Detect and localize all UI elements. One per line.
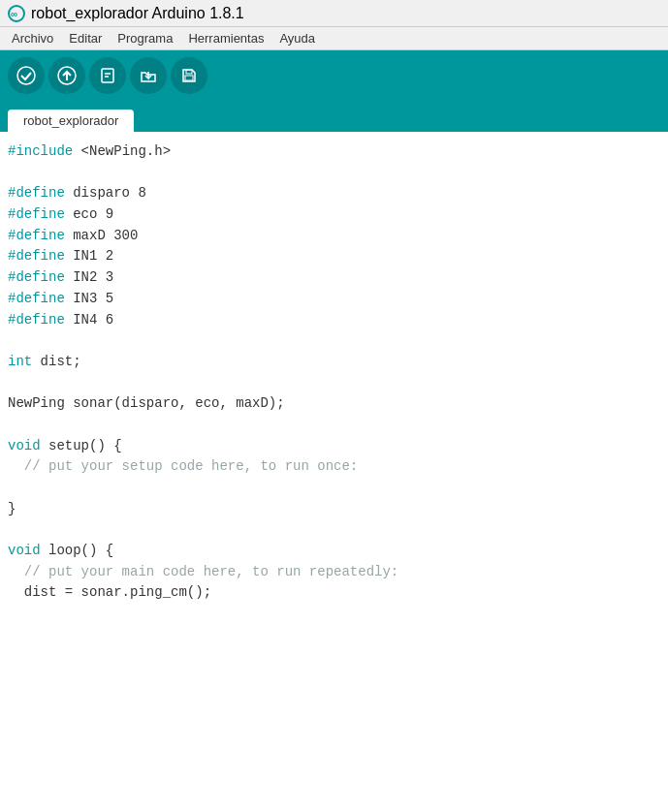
code-line-blank-3: [8, 373, 660, 394]
menu-programa[interactable]: Programa: [110, 27, 180, 49]
code-line-blank-2: [8, 330, 660, 352]
code-line-16: // put your setup code here, to run once…: [8, 456, 660, 478]
arduino-logo: ∞: [8, 5, 25, 22]
code-line-5: #define maxD 300: [8, 226, 660, 247]
menu-herramientas[interactable]: Herramientas: [180, 27, 271, 49]
toolbar: [0, 50, 668, 101]
open-button[interactable]: [130, 57, 167, 94]
code-line-blank-4: [8, 415, 660, 436]
menu-ayuda[interactable]: Ayuda: [271, 27, 323, 49]
code-line-8: #define IN3 5: [8, 289, 660, 310]
code-line-11: int dist;: [8, 352, 660, 373]
code-line-22: dist = sonar.ping_cm();: [8, 582, 660, 604]
menu-archivo[interactable]: Archivo: [4, 27, 61, 49]
code-line-1: #include <NewPing.h>: [8, 141, 660, 163]
menu-bar: Archivo Editar Programa Herramientas Ayu…: [0, 27, 668, 50]
code-line-7: #define IN2 3: [8, 267, 660, 289]
title-bar: ∞ robot_explorador Arduino 1.8.1: [0, 0, 668, 27]
code-line-18: }: [8, 499, 660, 520]
code-line-blank-6: [8, 519, 660, 541]
code-line-blank-1: [8, 163, 660, 184]
code-line-6: #define IN1 2: [8, 246, 660, 267]
tab-bar: robot_explorador: [0, 101, 668, 132]
code-editor[interactable]: #include <NewPing.h> #define disparo 8 #…: [0, 132, 668, 812]
tab-robot-explorador[interactable]: robot_explorador: [8, 109, 134, 132]
window-title: robot_explorador Arduino 1.8.1: [31, 5, 244, 22]
code-line-3: #define disparo 8: [8, 183, 660, 204]
code-line-13: NewPing sonar(disparo, eco, maxD);: [8, 393, 660, 415]
code-line-15: void setup() {: [8, 436, 660, 457]
verify-button[interactable]: [8, 57, 45, 94]
svg-text:∞: ∞: [11, 9, 17, 19]
svg-rect-9: [185, 76, 193, 80]
menu-editar[interactable]: Editar: [61, 27, 110, 49]
code-line-9: #define IN4 6: [8, 310, 660, 331]
new-icon: [98, 66, 117, 85]
save-icon: [179, 66, 199, 85]
code-line-blank-5: [8, 478, 660, 499]
code-line-4: #define eco 9: [8, 204, 660, 226]
code-line-21: // put your main code here, to run repea…: [8, 562, 660, 583]
upload-icon: [57, 66, 77, 85]
new-button[interactable]: [89, 57, 126, 94]
svg-rect-5: [102, 69, 113, 82]
save-button[interactable]: [171, 57, 207, 94]
verify-icon: [16, 66, 36, 85]
open-icon: [139, 66, 158, 85]
svg-point-2: [17, 67, 35, 84]
code-line-20: void loop() {: [8, 541, 660, 562]
upload-button[interactable]: [48, 57, 85, 94]
